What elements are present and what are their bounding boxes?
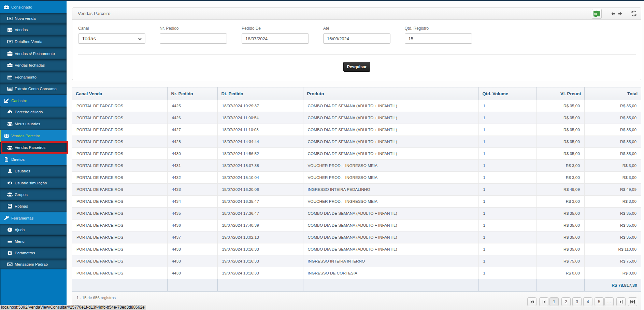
svg-text:xls: xls bbox=[593, 13, 597, 15]
